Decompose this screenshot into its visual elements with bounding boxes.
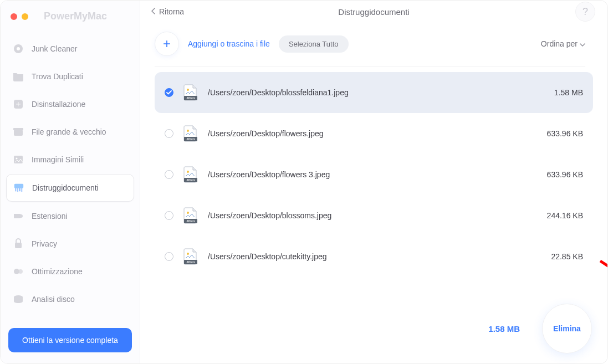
sidebar-item-label: Junk Cleaner (32, 44, 78, 53)
file-checkbox[interactable] (165, 252, 173, 261)
sidebar-item-immagini-simili[interactable]: Immagini Simili (6, 146, 134, 173)
chevron-down-icon (580, 39, 585, 48)
svg-point-1 (17, 47, 20, 50)
folder-icon (13, 71, 24, 82)
sort-label: Ordina per (541, 39, 578, 48)
svg-point-31 (187, 253, 189, 255)
sidebar-item-trova-duplicati[interactable]: Trova Duplicati (6, 63, 134, 90)
extension-icon (13, 211, 24, 222)
sidebar-item-distruggidocumenti[interactable]: Distruggidocumenti (6, 174, 134, 202)
sidebar-item-label: Trova Duplicati (32, 72, 83, 81)
page-title: Distruggidocumenti (338, 7, 409, 17)
window-close-button[interactable] (11, 13, 17, 20)
sidebar-item-ottimizzazione[interactable]: Ottimizzazione (6, 258, 134, 285)
svg-rect-3 (14, 130, 23, 136)
file-row[interactable]: JPEG/Users/zoen/Desktop/cutekitty.jpeg22… (155, 236, 593, 277)
sidebar-item-estensioni[interactable]: Estensioni (6, 203, 134, 229)
back-label: Ritorna (159, 7, 184, 16)
sidebar-item-label: Distruggidocumenti (32, 183, 99, 192)
sidebar-item-junk-cleaner[interactable]: Junk Cleaner (6, 35, 134, 62)
svg-text:JPEG: JPEG (186, 260, 195, 264)
window-minimize-button[interactable] (22, 13, 28, 20)
sidebar-item-label: Estensioni (32, 212, 68, 221)
file-size: 244.16 KB (528, 211, 583, 220)
file-path: /Users/zoen/Desktop/blossoms.jpeg (208, 211, 518, 220)
svg-rect-7 (14, 184, 23, 188)
svg-text:JPEG: JPEG (186, 137, 195, 141)
jpeg-file-icon: JPEG (183, 84, 198, 101)
archive-icon (13, 126, 24, 137)
svg-point-28 (187, 212, 189, 214)
app-icon (13, 99, 24, 110)
select-all-button[interactable]: Seleziona Tutto (279, 35, 349, 53)
sidebar-item-disinstallazione[interactable]: Disinstallazione (6, 91, 134, 117)
help-button[interactable]: ? (575, 2, 595, 22)
svg-rect-4 (13, 128, 23, 130)
file-checkbox[interactable] (165, 211, 173, 220)
file-path: /Users/zoen/Desktop/flowers.jpeg (208, 129, 518, 138)
delete-button[interactable]: Elimina (542, 304, 592, 353)
svg-text:JPEG: JPEG (186, 96, 195, 100)
file-path: /Users/zoen/Desktop/flowers 3.jpeg (208, 170, 518, 179)
svg-point-15 (18, 269, 23, 274)
app-name: PowerMyMac (44, 11, 107, 22)
sidebar-item-privacy[interactable]: Privacy (6, 230, 134, 257)
file-checkbox[interactable] (165, 129, 173, 138)
file-row[interactable]: JPEG/Users/zoen/Desktop/flowers.jpeg633.… (155, 113, 593, 154)
jpeg-file-icon: JPEG (183, 207, 198, 224)
add-files-label: Aggiungi o trascina i file (188, 39, 270, 48)
file-path: /Users/zoen/Desktop/cutekitty.jpeg (208, 252, 518, 261)
get-full-version-button[interactable]: Ottieni la versione completa (8, 328, 132, 352)
svg-point-19 (187, 89, 189, 91)
svg-point-6 (16, 158, 18, 160)
back-button[interactable]: Ritorna (151, 7, 184, 16)
file-size: 633.96 KB (528, 170, 583, 179)
file-size: 1.58 MB (528, 88, 583, 97)
file-size: 633.96 KB (528, 129, 583, 138)
svg-text:JPEG: JPEG (186, 219, 195, 223)
optimize-icon (13, 266, 24, 277)
sort-button[interactable]: Ordina per (541, 39, 585, 48)
gear-icon (13, 43, 24, 54)
sidebar-item-label: Immagini Simili (32, 155, 84, 164)
image-icon (13, 154, 24, 165)
disk-icon (13, 294, 24, 305)
add-files-button[interactable]: + (155, 32, 179, 56)
total-size: 1.58 MB (488, 324, 520, 334)
plus-icon: + (163, 36, 171, 52)
svg-text:JPEG: JPEG (186, 178, 195, 182)
svg-point-25 (187, 171, 189, 173)
jpeg-file-icon: JPEG (183, 125, 198, 142)
sidebar-item-label: Privacy (32, 239, 57, 248)
sidebar-item-file-grande-vecchio[interactable]: File grande & vecchio (6, 119, 134, 145)
jpeg-file-icon: JPEG (183, 166, 198, 183)
lock-icon (13, 238, 24, 249)
sidebar-item-analisi-disco[interactable]: Analisi disco (6, 286, 134, 312)
file-row[interactable]: JPEG/Users/zoen/Desktop/blossoms.jpeg244… (155, 195, 593, 236)
file-size: 22.85 KB (528, 252, 583, 261)
chevron-left-icon (151, 7, 156, 16)
svg-rect-13 (15, 243, 22, 248)
svg-point-22 (187, 130, 189, 132)
file-checkbox[interactable] (165, 88, 173, 97)
shredder-icon (13, 182, 24, 193)
file-row[interactable]: JPEG/Users/zoen/Desktop/flowers 3.jpeg63… (155, 154, 593, 195)
file-path: /Users/zoen/Desktop/blossfeldiana1.jpeg (208, 88, 518, 97)
jpeg-file-icon: JPEG (183, 248, 198, 265)
sidebar-item-label: Disinstallazione (32, 100, 85, 109)
sidebar-item-label: Ottimizzazione (32, 267, 83, 276)
file-checkbox[interactable] (165, 170, 173, 179)
svg-point-12 (19, 214, 23, 218)
sidebar-item-label: File grande & vecchio (32, 127, 106, 136)
sidebar-item-label: Analisi disco (32, 295, 75, 304)
file-row[interactable]: JPEG/Users/zoen/Desktop/blossfeldiana1.j… (155, 72, 593, 113)
